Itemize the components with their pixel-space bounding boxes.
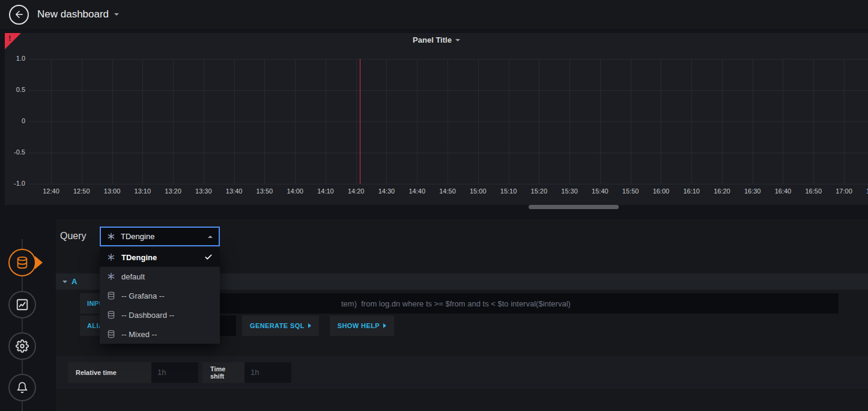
x-axis-label: 13:00 [99,187,126,195]
tab-visualization[interactable] [8,291,36,318]
datasource-option-grafana[interactable]: -- Grafana -- [100,286,220,305]
x-axis-label: 16:30 [739,187,766,195]
panel-error-corner[interactable] [5,33,21,49]
grid-line-vertical [783,59,783,184]
grid-line-vertical [112,59,113,184]
plugin-icon [107,232,115,241]
x-axis-label: 13:40 [221,187,247,195]
x-axis-label: 15:40 [587,187,613,195]
chevron-down-icon [455,39,460,41]
datasource-option-label: default [121,272,145,281]
x-axis-label: 15:10 [496,187,522,195]
dashboard-title: New dashboard [37,8,109,20]
datasource-option-label: -- Grafana -- [121,291,165,300]
x-axis-label: 16:10 [678,187,705,195]
grid-line-vertical [142,59,143,184]
show-help-label: SHOW HELP [338,322,380,329]
grid-line-horizontal [29,90,868,91]
chevron-down-icon [62,281,67,283]
datasource-picker[interactable]: TDengine [100,227,220,246]
tab-general[interactable] [8,332,36,360]
grid-line-horizontal [29,59,868,59]
x-axis-label: 15:00 [465,187,491,195]
grid-line-vertical [386,59,387,184]
y-axis-label: 0.5 [5,86,25,93]
x-axis-label: 14:40 [404,187,430,195]
grid-line-vertical [722,59,723,184]
time-shift-input[interactable] [244,362,291,383]
chevron-right-icon [308,323,311,328]
grid-line-vertical [51,59,52,184]
datasource-option-dashboard[interactable]: -- Dashboard -- [100,305,220,324]
grid-line-vertical [234,59,235,184]
grid-line-vertical [356,59,357,184]
sql-input[interactable]: tem) from log.dn where ts >= $from and t… [144,293,839,314]
x-axis-label: 15:30 [556,187,583,195]
grid-line-vertical [295,59,296,184]
grid-line-vertical [173,59,174,184]
chevron-down-icon [114,13,119,16]
error-exclamation: ! [8,34,11,43]
panel-title-menu[interactable]: Panel Title [5,35,868,44]
grafana-app: New dashboard ! Panel Title 1.00.50-0.5-… [0,0,868,411]
chevron-up-icon [208,236,213,238]
database-icon [107,330,115,338]
annotation-line [360,59,360,184]
grid-line-vertical [813,59,814,184]
dashboard-title-dropdown[interactable]: New dashboard [37,8,119,20]
datasource-option-default[interactable]: default [100,267,220,286]
tab-queries[interactable] [8,249,36,276]
x-axis-label: 13:10 [129,187,156,195]
graph-panel: ! Panel Title 1.00.50-0.5-1.012:4012:501… [5,33,868,205]
x-axis-label: 16:50 [800,187,827,195]
generate-sql-button[interactable]: GENERATE SQL [242,315,319,336]
grid-line-vertical [844,59,845,184]
datasource-dropdown-menu: TDenginedefault-- Grafana ---- Dashboard… [100,248,220,344]
x-axis-label: 17:00 [831,187,857,195]
check-icon [204,253,213,261]
sql-text: tem) from log.dn where ts >= $from and t… [341,299,571,308]
horizontal-scrollbar[interactable] [529,205,619,209]
x-axis-label: 12:40 [38,187,64,195]
datasource-option-mixed[interactable]: -- Mixed -- [100,324,220,344]
x-axis-label: 13:30 [190,187,217,195]
tab-alert[interactable] [8,374,36,401]
grid-line-vertical [448,59,448,184]
grid-line-vertical [753,59,753,184]
grid-line-vertical [417,59,417,184]
relative-time-input[interactable] [151,362,198,383]
x-axis-label: 13:50 [251,187,278,195]
x-axis-label: 16:40 [769,187,796,195]
grid-line-vertical [326,59,326,184]
topbar: New dashboard [0,0,868,29]
datasource-option-label: -- Mixed -- [121,330,157,339]
time-options-band: Relative time Time shift [56,356,868,389]
time-shift-label: Time shift [202,362,244,383]
query-ref-id: A [71,277,77,286]
x-axis-label: 13:20 [160,187,186,195]
back-button[interactable] [9,5,29,25]
database-icon [16,256,29,269]
active-tab-arrow [35,256,43,269]
show-help-button[interactable]: SHOW HELP [330,315,394,336]
panel-title: Panel Title [413,35,452,44]
datasource-selected-value: TDengine [121,232,202,241]
grid-line-vertical [661,59,661,184]
grid-line-vertical [691,59,692,184]
grid-line-vertical [509,59,509,184]
x-axis-label: 14:30 [373,187,399,195]
x-axis-label: 16:00 [648,187,674,195]
generate-sql-label: GENERATE SQL [250,322,305,329]
grid-line-horizontal [29,184,868,184]
y-axis-label: -1.0 [5,180,25,187]
y-axis-label: 1.0 [5,55,25,62]
bell-icon [16,382,28,394]
chart-icon [16,298,29,311]
grid-line-vertical [82,59,82,184]
query-section-label: Query [60,231,86,242]
x-axis-label: 14:20 [343,187,369,195]
y-axis-label: 0 [5,117,25,124]
x-axis-label: 14:10 [312,187,339,195]
grid-line-vertical [569,59,570,184]
datasource-option-tdengine[interactable]: TDengine [100,248,220,267]
